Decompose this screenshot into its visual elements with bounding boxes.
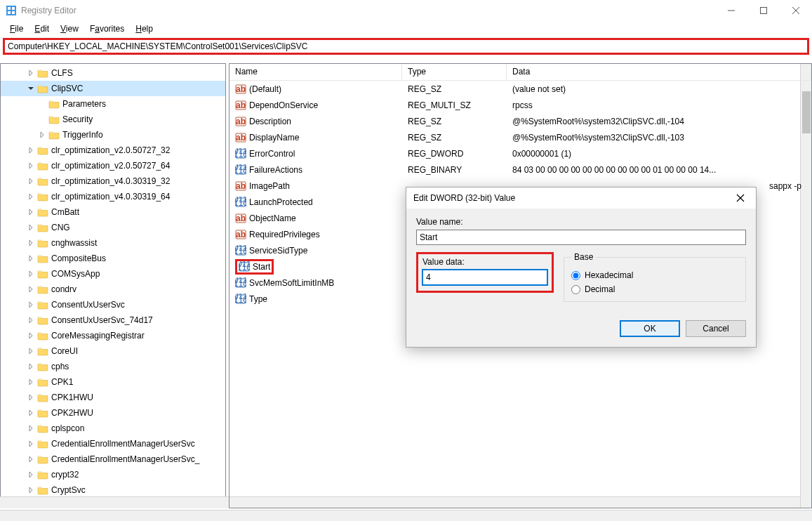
menu-help[interactable]: Help xyxy=(130,22,159,35)
tree-item[interactable]: CredentialEnrollmentManagerUserSvc_ xyxy=(1,451,225,467)
tree-expander-icon[interactable] xyxy=(26,84,36,93)
tree-expander-icon[interactable] xyxy=(26,223,36,232)
folder-icon xyxy=(37,346,48,356)
tree-expander-icon[interactable] xyxy=(26,315,36,325)
tree-item[interactable]: clr_optimization_v2.0.50727_32 xyxy=(1,143,225,158)
tree-expander-icon[interactable] xyxy=(26,253,36,263)
tree-expander-icon[interactable] xyxy=(26,238,36,248)
tree-expander-icon[interactable] xyxy=(26,300,36,310)
tree-item[interactable]: ConsentUxUserSvc_74d17 xyxy=(1,312,225,328)
radio-decimal-input[interactable] xyxy=(571,285,580,294)
tree-expander-icon[interactable] xyxy=(26,207,36,217)
tree-expander-icon[interactable] xyxy=(26,284,36,294)
tree-item[interactable]: cphs xyxy=(1,359,225,374)
status-bar xyxy=(0,510,812,521)
tree-expander-icon[interactable] xyxy=(37,130,47,140)
menu-edit[interactable]: Edit xyxy=(29,22,55,35)
folder-icon xyxy=(37,284,48,294)
menu-file[interactable]: Filedocument.currentScript.previousEleme… xyxy=(4,22,29,35)
maximize-button[interactable] xyxy=(747,0,780,21)
value-row[interactable]: 011110FailureActionsREG_BINARY84 03 00 0… xyxy=(229,161,811,178)
tree-item[interactable]: CredentialEnrollmentManagerUserSvc xyxy=(1,436,225,451)
col-header-name[interactable]: Name xyxy=(229,64,402,80)
tree-item[interactable]: clr_optimization_v4.0.30319_64 xyxy=(1,189,225,204)
tree-item[interactable]: CompositeBus xyxy=(1,251,225,266)
tree-expander-icon[interactable] xyxy=(26,362,36,371)
folder-icon xyxy=(37,331,48,341)
menu-favorites[interactable]: Favorites xyxy=(84,22,130,35)
value-row[interactable]: 011110ErrorControlREG_DWORD0x00000001 (1… xyxy=(229,145,811,161)
tree-item-label: cplspcon xyxy=(51,423,84,433)
string-value-icon: ab xyxy=(235,100,246,111)
tree-expander-icon[interactable] xyxy=(26,439,36,449)
tree-item[interactable]: COMSysApp xyxy=(1,266,225,282)
tree-item[interactable]: CPK1HWU xyxy=(1,390,225,405)
tree-item[interactable]: CoreMessagingRegistrar xyxy=(1,328,225,343)
value-row[interactable]: ab(Default)REG_SZ(value not set) xyxy=(229,81,811,97)
value-type-cell: REG_DWORD xyxy=(402,149,507,159)
tree-item[interactable]: ClipSVC xyxy=(1,81,225,96)
col-header-type[interactable]: Type xyxy=(402,64,507,80)
tree-expander-icon[interactable] xyxy=(26,346,36,356)
value-type-cell: REG_SZ xyxy=(402,84,507,94)
value-row[interactable]: abDependOnServiceREG_MULTI_SZrpcss xyxy=(229,97,811,113)
tree-item-label: CryptSvc xyxy=(51,485,86,495)
cancel-button[interactable]: Cancel xyxy=(686,320,746,337)
value-name-cell: abDependOnService xyxy=(229,100,402,111)
radio-hexadecimal[interactable]: Hexadecimal xyxy=(571,270,738,280)
tree-expander-icon[interactable] xyxy=(26,145,36,155)
tree-item[interactable]: CPK2HWU xyxy=(1,405,225,421)
value-data-input[interactable] xyxy=(422,270,547,285)
tree-item[interactable]: TriggerInfo xyxy=(1,127,225,143)
tree-item[interactable]: Security xyxy=(1,112,225,127)
tree-item[interactable]: Parameters xyxy=(1,96,225,112)
tree-expander-icon[interactable] xyxy=(26,485,36,495)
folder-icon xyxy=(37,362,48,371)
tree-expander-icon[interactable] xyxy=(26,269,36,279)
tree-expander-icon[interactable] xyxy=(26,331,36,341)
tree-expander-icon[interactable] xyxy=(26,408,36,418)
ok-button[interactable]: OK xyxy=(620,320,680,337)
minimize-button[interactable] xyxy=(715,0,747,21)
registry-tree[interactable]: CLFSClipSVCParametersSecurityTriggerInfo… xyxy=(0,63,226,508)
dialog-titlebar[interactable]: Edit DWORD (32-bit) Value xyxy=(406,187,756,209)
radio-hexadecimal-input[interactable] xyxy=(571,271,580,280)
tree-expander-icon[interactable] xyxy=(26,454,36,464)
tree-item[interactable]: crypt32 xyxy=(1,467,225,482)
address-bar[interactable]: Computer\HKEY_LOCAL_MACHINE\SYSTEM\Contr… xyxy=(3,38,809,55)
radio-decimal[interactable]: Decimal xyxy=(571,284,738,294)
tree-expander-icon[interactable] xyxy=(26,470,36,480)
tree-expander-icon[interactable] xyxy=(26,161,36,171)
close-button[interactable] xyxy=(780,0,812,21)
tree-item[interactable]: CryptSvc xyxy=(1,482,225,498)
tree-item[interactable]: clr_optimization_v2.0.50727_64 xyxy=(1,158,225,173)
value-name-input[interactable] xyxy=(416,230,746,245)
string-value-icon: ab xyxy=(235,229,246,240)
window-title: Registry Editor xyxy=(21,6,715,15)
value-row[interactable]: abDisplayNameREG_SZ@%SystemRoot%\system3… xyxy=(229,129,811,145)
tree-item[interactable]: cplspcon xyxy=(1,421,225,436)
tree-expander-icon[interactable] xyxy=(26,68,36,78)
tree-scrollbar-horizontal[interactable] xyxy=(0,496,226,508)
tree-item[interactable]: clr_optimization_v4.0.30319_32 xyxy=(1,173,225,189)
value-row[interactable]: abDescriptionREG_SZ@%SystemRoot%\system3… xyxy=(229,113,811,129)
tree-item[interactable]: CNG xyxy=(1,220,225,235)
tree-expander-icon[interactable] xyxy=(26,393,36,402)
value-data-cell: @%SystemRoot%\system32\ClipSVC.dll,-104 xyxy=(507,117,811,126)
col-header-data[interactable]: Data xyxy=(507,64,811,80)
tree-item[interactable]: cnghwassist xyxy=(1,235,225,251)
tree-item[interactable]: CoreUI xyxy=(1,343,225,359)
tree-expander-icon[interactable] xyxy=(26,176,36,186)
tree-expander-icon[interactable] xyxy=(26,377,36,387)
tree-expander-icon[interactable] xyxy=(26,192,36,202)
tree-item[interactable]: ConsentUxUserSvc xyxy=(1,297,225,312)
tree-expander-icon[interactable] xyxy=(26,423,36,433)
tree-item[interactable]: CPK1 xyxy=(1,374,225,390)
tree-item[interactable]: CLFS xyxy=(1,65,225,81)
menu-view[interactable]: View xyxy=(55,22,84,35)
tree-item[interactable]: condrv xyxy=(1,282,225,297)
binary-value-icon: 011110 xyxy=(239,261,250,272)
dialog-close-button[interactable] xyxy=(732,190,749,206)
value-data-highlight: Value data: xyxy=(416,252,554,293)
tree-item[interactable]: CmBatt xyxy=(1,204,225,220)
